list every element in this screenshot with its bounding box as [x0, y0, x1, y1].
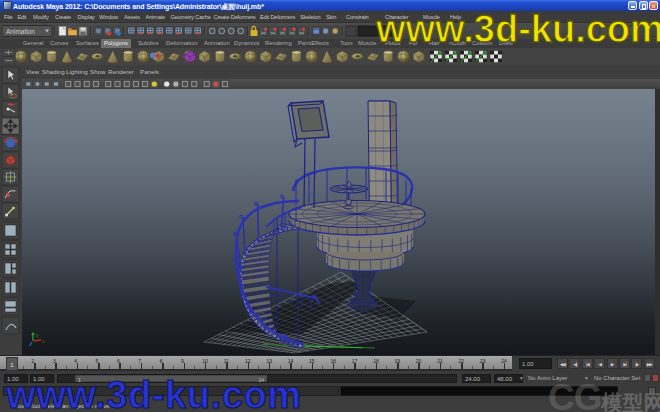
svg-text:Animation: Animation	[6, 28, 35, 35]
svg-text:y: y	[36, 332, 39, 338]
svg-text:x: x	[42, 338, 45, 344]
